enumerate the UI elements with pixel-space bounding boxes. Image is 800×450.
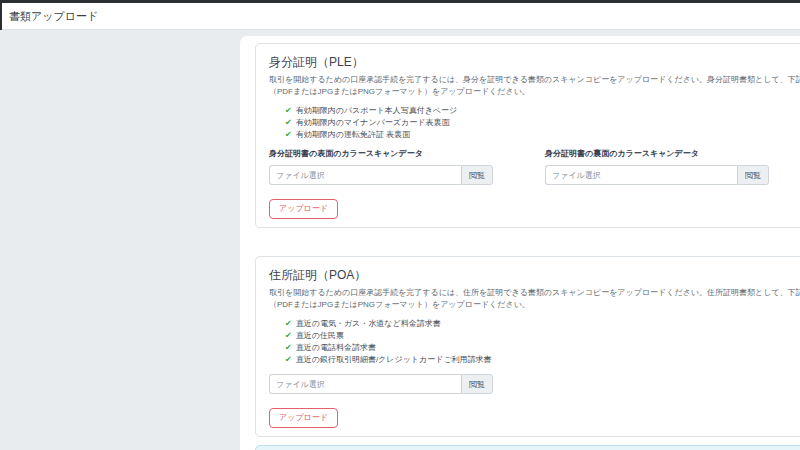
- identity-description-line: （PDFまたはJPGまたはPNGフォーマット）をアップロードください。: [269, 86, 796, 98]
- checklist-item: ✔直近の住民票: [285, 330, 796, 342]
- checklist-item-label: 直近の銀行取引明細書/クレジットカードご利用請求書: [296, 355, 492, 364]
- checklist-item: ✔有効期限内のマイナンバーズカード表裏面: [285, 117, 796, 129]
- address-description: 取引を開始するための口座承認手続を完了するには、住所を証明できる書類のスキャンコ…: [269, 287, 796, 311]
- info-alert: [255, 445, 800, 450]
- checklist-item-label: 直近の電気・ガス・水道など料金請求書: [296, 319, 441, 328]
- check-icon: ✔: [285, 355, 292, 364]
- identity-front-file-input-group: 閲覧: [269, 165, 493, 185]
- identity-front-label: 身分証明書の表面のカラースキャンデータ: [269, 149, 493, 159]
- address-section-title: 住所証明（POA）: [269, 268, 796, 282]
- checklist-item-label: 直近の電話料金請求書: [296, 343, 376, 352]
- main-content-panel: 身分証明（PLE） 取引を開始するための口座承認手続を完了するには、身分を証明で…: [240, 36, 800, 450]
- checklist-item: ✔直近の銀行取引明細書/クレジットカードご利用請求書: [285, 354, 796, 366]
- check-icon: ✔: [285, 118, 292, 127]
- identity-proof-card: 身分証明（PLE） 取引を開始するための口座承認手続を完了するには、身分を証明で…: [255, 43, 800, 228]
- identity-back-label: 身分証明書の裏面のカラースキャンデータ: [545, 149, 769, 159]
- address-file-input-group: 閲覧: [269, 374, 493, 394]
- address-upload-button[interactable]: アップロード: [269, 408, 338, 428]
- identity-front-browse-button[interactable]: 閲覧: [461, 165, 493, 185]
- identity-back-browse-button[interactable]: 閲覧: [737, 165, 769, 185]
- address-description-line: 取引を開始するための口座承認手続を完了するには、住所を証明できる書類のスキャンコ…: [269, 287, 796, 299]
- checklist-item: ✔有効期限内の運転免許証 表裏面: [285, 129, 796, 141]
- check-icon: ✔: [285, 319, 292, 328]
- identity-section-title: 身分証明（PLE）: [269, 55, 796, 69]
- identity-front-field: 身分証明書の表面のカラースキャンデータ 閲覧: [269, 149, 493, 185]
- top-navbar: 書類アップロード: [2, 3, 800, 30]
- identity-description-line: 取引を開始するための口座承認手続を完了するには、身分を証明できる書類のスキャンコ…: [269, 74, 796, 86]
- identity-upload-button[interactable]: アップロード: [269, 199, 338, 219]
- identity-upload-fields-row: 身分証明書の表面のカラースキャンデータ 閲覧 身分証明書の裏面のカラースキャンデ…: [269, 149, 796, 185]
- address-description-line: （PDFまたはJPGまたはPNGフォーマット）をアップロードください。: [269, 299, 796, 311]
- identity-description: 取引を開始するための口座承認手続を完了するには、身分を証明できる書類のスキャンコ…: [269, 74, 796, 98]
- checklist-item: ✔直近の電気・ガス・水道など料金請求書: [285, 318, 796, 330]
- identity-back-file-input[interactable]: [545, 165, 737, 185]
- address-document-checklist: ✔直近の電気・ガス・水道など料金請求書 ✔直近の住民票 ✔直近の電話料金請求書 …: [285, 318, 796, 366]
- check-icon: ✔: [285, 331, 292, 340]
- page-title: 書類アップロード: [9, 9, 98, 24]
- identity-back-field: 身分証明書の裏面のカラースキャンデータ 閲覧: [545, 149, 769, 185]
- checklist-item-label: 有効期限内の運転免許証 表裏面: [296, 130, 410, 139]
- checklist-item-label: 有効期限内のマイナンバーズカード表裏面: [296, 118, 450, 127]
- check-icon: ✔: [285, 343, 292, 352]
- address-browse-button[interactable]: 閲覧: [461, 374, 493, 394]
- identity-back-file-input-group: 閲覧: [545, 165, 769, 185]
- identity-front-file-input[interactable]: [269, 165, 461, 185]
- identity-document-checklist: ✔有効期限内のパスポート本人写真付きページ ✔有効期限内のマイナンバーズカード表…: [285, 105, 796, 141]
- address-file-input[interactable]: [269, 374, 461, 394]
- checklist-item-label: 直近の住民票: [296, 331, 344, 340]
- check-icon: ✔: [285, 130, 292, 139]
- checklist-item-label: 有効期限内のパスポート本人写真付きページ: [296, 106, 458, 115]
- check-icon: ✔: [285, 106, 292, 115]
- address-proof-card: 住所証明（POA） 取引を開始するための口座承認手続を完了するには、住所を証明で…: [255, 256, 800, 437]
- checklist-item: ✔有効期限内のパスポート本人写真付きページ: [285, 105, 796, 117]
- checklist-item: ✔直近の電話料金請求書: [285, 342, 796, 354]
